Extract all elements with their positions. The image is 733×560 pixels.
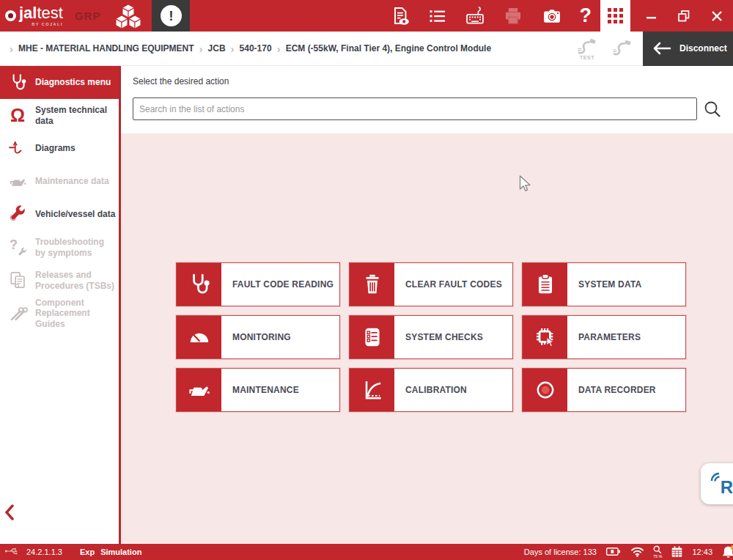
breadcrumb-item-category[interactable]: MHE - MATERIAL HANDLING EQUIPMENT	[4, 43, 194, 55]
sidebar-item-maintenance-data: Maintenance data	[0, 165, 119, 198]
sidebar-item-component-replacement: Component Replacement Guides	[0, 297, 119, 330]
trash-icon	[350, 263, 394, 306]
action-system-data[interactable]: SYSTEM DATA	[522, 262, 686, 306]
action-parameters[interactable]: PARAMETERS	[522, 315, 686, 359]
calendar-icon[interactable]	[671, 545, 683, 559]
mode-exp-label: Exp	[80, 548, 95, 556]
gauge-icon	[177, 316, 221, 358]
title-bar: jaltest BY COJALI GRP !	[0, 0, 733, 32]
search-row	[133, 97, 722, 120]
connection-status-icons: TEST	[575, 37, 634, 60]
clipboard-icon	[523, 263, 567, 306]
sidebar-item-releases-tsbs: Releases and Procedures (TSBs)	[0, 264, 119, 297]
logo-text: jaltest	[19, 5, 63, 21]
window-controls	[630, 10, 733, 22]
logo-byline: BY COJALI	[32, 23, 63, 27]
sidebar-item-system-technical-data[interactable]: Ω System technical data	[0, 99, 119, 132]
sidebar-item-troubleshooting: ? Troubleshooting by symptoms	[0, 231, 119, 264]
cable-test-icon: TEST	[575, 37, 599, 60]
actions-panel: FAULT CODE READING CLEAR FAULT CODES	[121, 133, 733, 544]
checklist-icon	[350, 316, 394, 358]
action-clear-fault-codes[interactable]: CLEAR FAULT CODES	[349, 262, 513, 306]
actions-list-icon[interactable]	[427, 6, 448, 26]
wifi-icon	[630, 546, 644, 559]
stethoscope-icon	[7, 71, 29, 95]
record-icon	[523, 369, 567, 411]
grp-label: GRP	[75, 10, 101, 22]
restore-button[interactable]	[678, 10, 690, 22]
modules-cubes-icon[interactable]	[114, 3, 143, 29]
action-fault-code-reading[interactable]: FAULT CODE READING	[176, 262, 340, 306]
disconnect-button[interactable]: Disconnect	[643, 32, 733, 66]
remote-icon: R	[710, 471, 733, 496]
virtual-keyboard-icon[interactable]	[465, 6, 485, 26]
oil-can-icon	[177, 369, 221, 411]
diagram-schematic-icon	[7, 137, 29, 161]
breadcrumb-bar: MHE - MATERIAL HANDLING EQUIPMENT JCB 54…	[0, 32, 733, 66]
sidebar-item-vehicle-vessel-data[interactable]: Vehicle/vessel data	[0, 198, 119, 231]
crossed-wrenches-icon	[7, 302, 29, 325]
documents-stack-icon	[7, 269, 29, 292]
sidebar-collapse-chevron[interactable]	[4, 504, 15, 523]
usb-icon	[4, 546, 19, 558]
minimize-button[interactable]	[647, 11, 657, 21]
battery-icon	[605, 546, 622, 559]
jaltest-logo: jaltest BY COJALI	[0, 5, 63, 27]
alert-icon: !	[161, 5, 182, 26]
breadcrumb-item-model[interactable]: 540-170	[226, 43, 272, 55]
wrench-icon	[7, 203, 29, 226]
stethoscope-icon	[177, 263, 221, 306]
actions-grid: FAULT CODE READING CLEAR FAULT CODES	[176, 262, 686, 412]
status-bar: 24.2.1.1.3 Exp Simulation Days of licens…	[0, 544, 733, 560]
mouse-cursor	[519, 175, 534, 194]
main-area: Diagnostics menu Ω System technical data…	[0, 66, 733, 544]
notifications-bell-icon[interactable]	[721, 545, 733, 560]
breadcrumb-item-brand[interactable]: JCB	[194, 43, 226, 55]
action-data-recorder[interactable]: DATA RECORDER	[522, 368, 686, 412]
screenshot-camera-icon[interactable]	[541, 6, 563, 26]
instruction-label: Select the desired action	[133, 76, 722, 86]
omega-icon: Ω	[7, 104, 29, 128]
content-area: Select the desired action	[121, 66, 733, 544]
license-days-label: Days of license: 133	[524, 548, 597, 556]
sidebar: Diagnostics menu Ω System technical data…	[0, 66, 121, 544]
back-arrow-icon	[652, 41, 671, 56]
chip-cursor-icon	[523, 316, 567, 358]
sidebar-item-diagrams[interactable]: Diagrams	[0, 132, 119, 165]
cable-connection-icon	[611, 37, 634, 56]
search-icon[interactable]	[703, 100, 722, 119]
jaltest-logo-icon	[5, 10, 16, 21]
sidebar-item-diagnostics-menu[interactable]: Diagnostics menu	[0, 66, 119, 99]
print-icon	[502, 6, 524, 26]
clock-label: 12:43	[692, 548, 712, 556]
search-input[interactable]	[133, 97, 697, 120]
action-maintenance[interactable]: MAINTENANCE	[176, 368, 340, 412]
zoom-level-indicator[interactable]: 75 %	[653, 545, 663, 559]
close-button[interactable]	[711, 10, 723, 22]
breadcrumb: MHE - MATERIAL HANDLING EQUIPMENT JCB 54…	[0, 43, 575, 55]
report-viewer-icon[interactable]	[390, 6, 410, 26]
mode-simulation-label: Simulation	[100, 548, 141, 556]
content-header: Select the desired action	[121, 66, 733, 133]
version-label: 24.2.1.1.3	[26, 548, 62, 556]
apps-grid-button[interactable]	[600, 0, 630, 32]
alerts-toggle[interactable]: !	[152, 0, 190, 32]
action-system-checks[interactable]: SYSTEM CHECKS	[349, 315, 513, 359]
apps-grid-icon	[608, 8, 623, 23]
question-wrench-icon: ?	[7, 236, 29, 259]
oil-can-icon	[7, 170, 29, 194]
action-monitoring[interactable]: MONITORING	[176, 315, 340, 359]
calibration-curve-icon	[350, 369, 394, 411]
breadcrumb-item-system: ECM (-55kW, Final Tier 4), Engine Contro…	[272, 43, 491, 55]
remote-support-button[interactable]: R	[701, 463, 733, 504]
titlebar-tools: ?	[390, 6, 592, 26]
action-calibration[interactable]: CALIBRATION	[349, 368, 513, 412]
jaltest-app-window: jaltest BY COJALI GRP !	[0, 0, 733, 560]
help-icon[interactable]: ?	[580, 6, 592, 26]
